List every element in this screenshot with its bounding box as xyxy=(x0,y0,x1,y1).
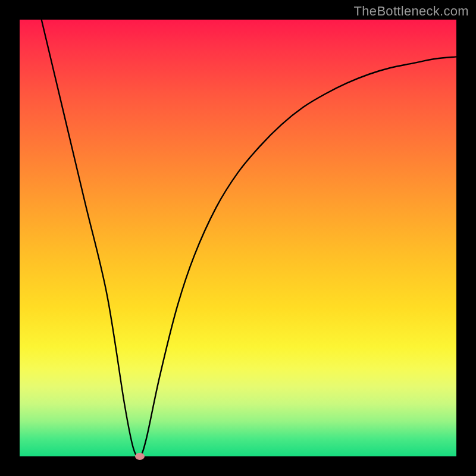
minimum-marker xyxy=(135,453,145,460)
curve-svg xyxy=(20,20,456,456)
watermark-text: TheBottleneck.com xyxy=(354,4,469,19)
plot-area xyxy=(20,20,456,456)
chart-frame: TheBottleneck.com xyxy=(0,0,476,476)
curve-path xyxy=(42,20,456,456)
